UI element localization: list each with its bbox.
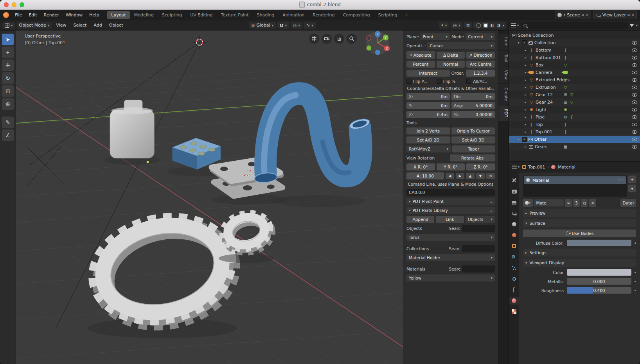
add-workspace-button[interactable]: + <box>401 12 410 18</box>
measure-tool[interactable]: ∠ <box>2 129 14 141</box>
workspace-tab-compositing[interactable]: Compositing <box>339 11 374 19</box>
delta-button[interactable]: ΔDelta <box>437 52 465 59</box>
distance-field[interactable]: Dis:0m <box>451 93 495 100</box>
arc-centre-button[interactable]: Arc Centre <box>466 61 495 68</box>
menu-view[interactable]: View <box>53 22 69 29</box>
visibility-toggle[interactable] <box>632 100 637 105</box>
disclosure-icon[interactable]: ▾ <box>517 138 520 141</box>
shading-wireframe-button[interactable]: ◯ <box>475 23 482 28</box>
collection-checkbox[interactable]: ✓ <box>522 137 527 142</box>
outliner-row-other[interactable]: ▾ ✓ Other <box>509 136 640 143</box>
transform-orientation-selector[interactable]: ⊕ Global ▾ <box>249 22 276 29</box>
outliner-row-top-001[interactable]: ▸ ʃ Top.001 ʃ <box>509 128 640 136</box>
tab-view[interactable]: View <box>498 66 509 83</box>
set-ad-3d-button[interactable]: Set A/D 3D <box>451 136 495 143</box>
visibility-toggle[interactable] <box>632 130 637 135</box>
mode-selector[interactable]: Object Mode ▾ <box>17 22 52 29</box>
viewport-color-swatch[interactable] <box>567 269 631 276</box>
drag-grip-icon[interactable]: ∷ ∷ <box>618 178 624 182</box>
proportional-editing-toggle[interactable]: ◎ ▾ <box>291 22 302 29</box>
data-dropdown[interactable]: Data ▾ <box>620 199 636 207</box>
outliner-row-gear-12[interactable]: ▸ ▽ Gear 12 ⊞▽ <box>509 91 640 99</box>
link-icon[interactable]: ∞ <box>565 199 572 207</box>
disclosure-icon[interactable]: ▸ <box>524 100 527 104</box>
outliner-row-bottom-001[interactable]: ▸ ʃ Bottom.001 ʃ <box>509 54 640 61</box>
chevron-down-icon[interactable]: ▾ <box>502 23 504 27</box>
shading-material-button[interactable]: ◐ <box>489 23 495 28</box>
direction-button[interactable]: ↗Direction <box>466 52 495 59</box>
visibility-toggle[interactable] <box>632 108 637 113</box>
command-line-input[interactable]: CA0,0,0 <box>406 189 495 196</box>
disclosure-icon[interactable]: ▸ <box>524 108 527 111</box>
browse-material-button[interactable]: ▾ <box>523 199 533 207</box>
taper-button[interactable]: Taper <box>452 145 495 152</box>
z-field[interactable]: Z:-0.4m <box>406 111 450 118</box>
menu-add[interactable]: Add <box>91 22 104 29</box>
collection-checkbox[interactable]: ✓ <box>522 40 527 45</box>
visibility-toggle[interactable] <box>632 137 637 142</box>
scale-tool[interactable]: ⊡ <box>2 85 14 97</box>
object-select-dropdown[interactable]: Torus▾ <box>406 234 495 241</box>
preview-section[interactable]: ▸ Preview <box>523 209 636 217</box>
panel-grip-icon[interactable]: ☰ <box>489 199 493 203</box>
rotate-right-button[interactable]: ▶ <box>456 173 464 179</box>
minimize-window-button[interactable] <box>12 2 16 7</box>
tab-object-data[interactable] <box>509 286 519 294</box>
settings-section[interactable]: ▸ Settings <box>523 249 636 256</box>
visibility-toggle[interactable] <box>632 115 637 120</box>
visibility-toggle[interactable] <box>632 56 637 61</box>
filter-icon[interactable] <box>630 24 634 29</box>
chevron-down-icon[interactable]: ▾ <box>285 23 287 27</box>
transform-tool[interactable]: ⊕ <box>2 98 14 110</box>
viewport-display-section[interactable]: ▾ Viewport Display <box>523 259 636 267</box>
material-select-dropdown[interactable]: Yellow▾ <box>406 274 495 282</box>
rot-mov-dropdown[interactable]: RotY-MovZ▾ <box>406 145 451 152</box>
new-material-button[interactable]: ⧉ <box>581 199 588 207</box>
disclosure-icon[interactable]: ▸ <box>524 71 527 74</box>
material-name-field[interactable]: Mate <box>534 199 564 206</box>
visibility-toggle[interactable] <box>632 48 637 53</box>
visibility-toggle[interactable] <box>632 63 637 68</box>
plane-dropdown[interactable]: Front▾ <box>421 33 450 40</box>
set-ad-2d-button[interactable]: Set A/D 2D <box>406 136 450 143</box>
chevron-down-icon[interactable]: ▾ <box>636 23 638 27</box>
flip-percent-checkbox[interactable]: Flip % <box>437 79 465 84</box>
unlink-material-button[interactable]: ✕ <box>589 199 596 207</box>
zoom-view-button[interactable] <box>347 34 357 44</box>
y-rotation-field[interactable]: Y R: 0° <box>437 163 465 170</box>
menu-render[interactable]: Render <box>41 11 62 19</box>
disclosure-icon[interactable]: ▸ <box>524 123 527 126</box>
pan-view-button[interactable] <box>334 34 344 44</box>
tab-particles[interactable] <box>509 264 519 272</box>
close-window-button[interactable] <box>4 2 9 7</box>
blender-logo-icon[interactable] <box>3 12 9 18</box>
visibility-toggle[interactable] <box>632 78 637 83</box>
operation-dropdown[interactable]: Cursor▾ <box>427 42 495 49</box>
join-2-verts-button[interactable]: Join 2 Verts <box>406 127 450 134</box>
keyframe-dot-icon[interactable] <box>635 242 636 244</box>
tab-tool[interactable] <box>509 176 519 184</box>
disclosure-icon[interactable]: ▸ <box>524 145 527 149</box>
tab-physics[interactable] <box>509 275 519 283</box>
breadcrumb-material[interactable]: Material <box>558 165 575 170</box>
annotate-tool[interactable]: ✎ <box>2 117 14 128</box>
disclosure-icon[interactable]: ▸ <box>524 48 527 52</box>
material-slot-list[interactable]: Material ∷ ∷ <box>523 176 627 197</box>
scene-selector[interactable]: ▾ Scene ⧉ ✕ <box>555 11 591 19</box>
chevron-down-icon[interactable]: ▾ <box>564 13 566 17</box>
slot-specials-button[interactable]: ▾ <box>628 185 636 192</box>
outliner-row-scene-collection[interactable]: Scene Collection <box>509 32 640 39</box>
unlink-scene-icon[interactable]: ✕ <box>586 13 589 17</box>
outliner-row-top[interactable]: ▸ ʃ Top ʃ <box>509 121 640 128</box>
surface-section[interactable]: ▾ Surface <box>523 219 636 227</box>
zoom-window-button[interactable] <box>20 2 24 7</box>
origin-to-cursor-button[interactable]: Origin To Cursor <box>451 127 495 134</box>
outliner-row-gears[interactable]: ▸ Gears ▦ <box>509 143 640 151</box>
workspace-tab-layout[interactable]: Layout <box>107 11 129 19</box>
metallic-slider[interactable]: 0.000 <box>567 278 631 285</box>
new-view-layer-icon[interactable]: ⧉ <box>627 13 630 17</box>
menu-file[interactable]: File <box>12 11 25 19</box>
view-layer-selector[interactable]: View Layer ⧉ ✕ <box>593 11 637 19</box>
tab-world[interactable] <box>509 231 519 239</box>
link-button[interactable]: Link <box>436 216 464 223</box>
